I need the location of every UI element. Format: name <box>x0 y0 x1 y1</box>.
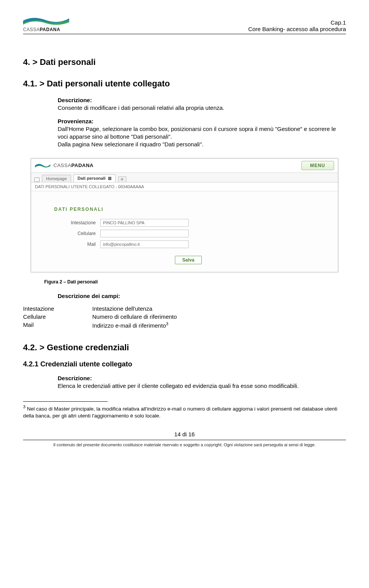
header-subtitle: Core Banking- accesso alla procedura <box>248 26 346 32</box>
fields-heading: Descrizione dei campi: <box>58 292 346 300</box>
field-key-intestazione: Intestazione <box>23 305 92 312</box>
cellulare-input[interactable] <box>100 230 189 237</box>
description-text: Consente di modificare i dati personali … <box>58 104 346 112</box>
app-logo-padana: PADANA <box>71 162 94 168</box>
logo-wave-icon <box>23 15 69 26</box>
cellulare-label: Cellulare <box>54 231 100 236</box>
figure-caption: Figura 2 – Dati personali <box>44 279 346 285</box>
app-breadcrumb: DATI PERSONALI UTENTE COLLEGATO - 08340A… <box>31 182 338 191</box>
close-tab-icon[interactable]: ⊠ <box>108 176 111 181</box>
logo-text-padana: PADANA <box>40 27 60 32</box>
heading-4: 4. > Dati personali <box>23 57 346 67</box>
app-logo: CASSAPADANA <box>35 162 93 169</box>
field-val-mail-text: Indirizzo e-mail di riferimento <box>92 322 166 329</box>
footnote-text: Nel caso di Master principale, la modifi… <box>23 406 337 419</box>
copyright-text: Il contenuto del presente documento cost… <box>23 442 346 447</box>
description2-label: Descrizione: <box>58 374 346 382</box>
app-logo-wave-icon <box>35 162 50 169</box>
app-screenshot: CASSAPADANA MENU Homepage Dati personali… <box>31 158 338 272</box>
menu-button[interactable]: MENU <box>301 161 334 170</box>
fields-table: Intestazione Intestazione dell'utenza Ce… <box>23 305 346 329</box>
footnote-ref-3: 3 <box>166 321 168 326</box>
intestazione-input[interactable] <box>100 219 189 227</box>
footnote-divider <box>23 401 108 402</box>
field-key-cellulare: Cellulare <box>23 313 92 320</box>
tab-dati-personali-label: Dati personali <box>78 176 106 181</box>
save-button[interactable]: Salva <box>175 256 201 264</box>
provenance-text-2: Dalla pagina New selezionare il riquadro… <box>58 141 346 148</box>
tab-strip: Homepage Dati personali ⊠ + <box>31 173 338 182</box>
footer-divider <box>23 440 346 440</box>
expand-tabs-icon[interactable] <box>34 177 40 182</box>
app-logo-cassa: CASSA <box>53 162 71 168</box>
tab-homepage-label: Homepage <box>46 176 67 181</box>
intestazione-label: Intestazione <box>54 220 100 225</box>
field-val-intestazione: Intestazione dell'utenza <box>92 305 346 312</box>
page-number: 14 di 16 <box>23 431 346 437</box>
header-divider <box>23 34 346 34</box>
tab-add-button[interactable]: + <box>118 176 126 182</box>
provenance-label: Provenienza: <box>58 118 346 125</box>
panel-title: DATI PERSONALI <box>54 207 322 212</box>
provenance-text-1: Dall'Home Page, selezionare la combo box… <box>58 125 346 141</box>
tab-dati-personali[interactable]: Dati personali ⊠ <box>73 174 116 182</box>
logo-text-cassa: CASSA <box>23 27 40 32</box>
field-val-mail: Indirizzo e-mail di riferimento3 <box>92 321 346 329</box>
chapter-label: Cap.1 <box>248 19 346 26</box>
brand-logo: CASSAPADANA <box>23 15 69 32</box>
mail-label: Mail <box>54 242 100 247</box>
tab-homepage[interactable]: Homepage <box>42 175 71 182</box>
description2-text: Elenca le credenziali attive per il clie… <box>58 382 346 390</box>
description-label: Descrizione: <box>58 96 346 104</box>
field-val-cellulare: Numero di cellulare di riferimento <box>92 313 346 320</box>
heading-4-1: 4.1. > Dati personali utente collegato <box>23 79 346 89</box>
heading-4-2-1: 4.2.1 Credenziali utente collegato <box>23 360 346 368</box>
field-key-mail: Mail <box>23 321 92 329</box>
mail-input[interactable] <box>100 240 189 248</box>
heading-4-2: 4.2. > Gestione credenziali <box>23 343 346 353</box>
footnote-3: 3 Nel caso di Master principale, la modi… <box>23 404 346 419</box>
